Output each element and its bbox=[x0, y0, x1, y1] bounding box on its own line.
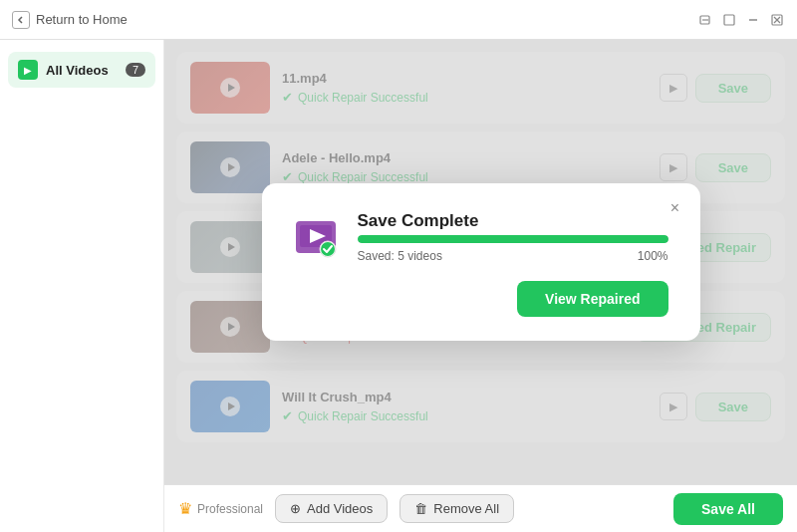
progress-bar-container bbox=[358, 235, 668, 243]
view-repaired-button[interactable]: View Repaired bbox=[517, 281, 667, 317]
save-complete-modal: × Save bbox=[262, 183, 700, 341]
progress-info: Saved: 5 videos 100% bbox=[358, 249, 668, 263]
add-videos-label: Add Videos bbox=[307, 501, 373, 516]
modal-body: Save Complete Saved: 5 videos 100% bbox=[358, 211, 668, 263]
modal-title: Save Complete bbox=[358, 211, 668, 231]
professional-badge: ♛ Professional bbox=[178, 499, 263, 518]
bottom-bar: ♛ Professional ⊕ Add Videos 🗑 Remove All… bbox=[164, 484, 797, 532]
back-icon bbox=[12, 11, 30, 29]
modal-header: Save Complete Saved: 5 videos 100% bbox=[290, 211, 668, 263]
minimize-button[interactable] bbox=[697, 12, 713, 28]
saved-text: Saved: 5 videos bbox=[358, 249, 442, 263]
add-videos-button[interactable]: ⊕ Add Videos bbox=[275, 494, 388, 523]
window-minimize-button[interactable] bbox=[745, 12, 761, 28]
progress-bar-fill bbox=[358, 235, 668, 243]
plus-icon: ⊕ bbox=[290, 501, 301, 516]
modal-footer: View Repaired bbox=[290, 281, 668, 317]
close-window-button[interactable] bbox=[769, 12, 785, 28]
back-button[interactable]: Return to Home bbox=[12, 11, 128, 29]
title-bar-left: Return to Home bbox=[12, 11, 128, 29]
title-bar: Return to Home bbox=[0, 0, 797, 40]
modal-overlay: × Save bbox=[164, 40, 797, 484]
play-icon: ▶ bbox=[18, 60, 38, 80]
remove-all-button[interactable]: 🗑 Remove All bbox=[399, 494, 514, 523]
crown-icon: ♛ bbox=[178, 499, 192, 518]
sidebar-item-all-videos[interactable]: ▶ All Videos 7 bbox=[8, 52, 155, 88]
svg-rect-2 bbox=[724, 15, 734, 25]
modal-icon bbox=[290, 211, 342, 263]
progress-percent: 100% bbox=[638, 249, 668, 263]
save-all-button[interactable]: Save All bbox=[673, 493, 783, 525]
sidebar-item-label: All Videos bbox=[46, 63, 118, 78]
sidebar: ▶ All Videos 7 bbox=[0, 40, 164, 532]
trash-icon: 🗑 bbox=[414, 501, 427, 516]
main-layout: ▶ All Videos 7 11.mp4 bbox=[0, 40, 797, 532]
title-bar-controls bbox=[697, 12, 785, 28]
content-area: 11.mp4 ✔ Quick Repair Successful ▶ Save bbox=[164, 40, 797, 484]
back-label: Return to Home bbox=[36, 12, 128, 27]
remove-all-label: Remove All bbox=[433, 501, 499, 516]
sidebar-badge: 7 bbox=[126, 63, 145, 77]
professional-label: Professional bbox=[197, 502, 263, 516]
app-window: Return to Home ▶ All Videos 7 bbox=[0, 0, 797, 532]
modal-close-button[interactable]: × bbox=[664, 197, 686, 219]
maximize-button[interactable] bbox=[721, 12, 737, 28]
